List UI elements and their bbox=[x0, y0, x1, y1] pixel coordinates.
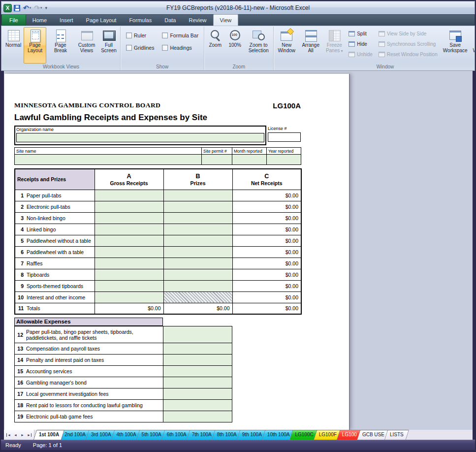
gridlines-checkbox[interactable]: Gridlines bbox=[126, 45, 154, 51]
freeze-panes-button[interactable]: Freeze Panes ▾ bbox=[323, 27, 346, 64]
redo-button[interactable]: ↷▾ bbox=[33, 3, 43, 12]
row-number: 19 bbox=[16, 414, 23, 420]
view-side-by-side-button[interactable]: View Side by Side bbox=[378, 30, 439, 38]
ribbon-tab-review[interactable]: Review bbox=[182, 15, 213, 26]
sheet-tab-8th-100a[interactable]: 8th 100A bbox=[213, 430, 241, 440]
gross-receipts-input-row-7[interactable] bbox=[95, 258, 163, 269]
year-reported-input[interactable] bbox=[267, 155, 301, 165]
qat-customize-button[interactable]: ▾ bbox=[44, 3, 49, 12]
ribbon-tab-file[interactable]: File bbox=[1, 14, 26, 26]
ribbon-tab-page-layout[interactable]: Page Layout bbox=[80, 15, 123, 26]
newwindow-icon bbox=[280, 29, 293, 42]
gross-receipts-input-row-8[interactable] bbox=[95, 269, 163, 280]
prizes-input-row-8[interactable] bbox=[163, 269, 232, 280]
expense-input-row-17[interactable] bbox=[163, 388, 232, 400]
month-reported-input[interactable] bbox=[232, 155, 267, 165]
ribbon-tab-insert[interactable]: Insert bbox=[53, 15, 80, 26]
site-permit-input[interactable] bbox=[202, 155, 232, 165]
normal-button[interactable]: Normal bbox=[3, 27, 24, 64]
hide-button[interactable]: Hide bbox=[348, 40, 374, 48]
license-input[interactable] bbox=[268, 132, 301, 142]
full-screen-button[interactable]: Full Screen bbox=[98, 27, 119, 64]
gross-receipts-input-row-6[interactable] bbox=[95, 246, 163, 258]
prizes-input-row-4[interactable] bbox=[163, 224, 232, 235]
switch-windows-button[interactable]: Switch Windows ▾ bbox=[470, 27, 475, 64]
sheet-tab-7th-100a[interactable]: 7th 100A bbox=[188, 430, 216, 440]
row-label: 10Interest and other income bbox=[15, 291, 95, 303]
expense-input-row-13[interactable] bbox=[163, 343, 232, 355]
gross-receipts-input-row-9[interactable] bbox=[95, 280, 163, 291]
gross-receipts-input-row-10[interactable] bbox=[95, 291, 163, 303]
sheet-tab-4th-100a[interactable]: 4th 100A bbox=[113, 430, 140, 440]
sheet-tab-gcb-use[interactable]: GCB USE bbox=[358, 430, 388, 440]
zoom-button[interactable]: Zoom bbox=[205, 27, 225, 64]
ribbon-tab-data[interactable]: Data bbox=[158, 15, 182, 26]
formula-bar-checkbox[interactable]: Formula Bar bbox=[162, 32, 198, 38]
expenses-row-14: 14Penalty and interest paid on taxes bbox=[15, 355, 232, 366]
prizes-input-row-6[interactable] bbox=[163, 246, 232, 258]
expense-input-row-16[interactable] bbox=[163, 377, 232, 388]
new-window-button[interactable]: New Window bbox=[275, 27, 298, 64]
redo-icon: ↷ bbox=[34, 4, 40, 11]
form-number: LG100A bbox=[273, 101, 301, 110]
first-sheet-button[interactable]: ◄ bbox=[5, 431, 12, 438]
expense-input-row-15[interactable] bbox=[163, 366, 232, 377]
worksheet-area: MINNESOTA GAMBLING CONTROL BOARD LG100A … bbox=[1, 71, 475, 430]
ribbon-tab-formulas[interactable]: Formulas bbox=[123, 15, 158, 26]
zoom-to-selection-button[interactable]: Zoom to Selection bbox=[245, 27, 272, 64]
prizes-input-row-1[interactable] bbox=[163, 190, 232, 201]
gross-receipts-input-row-1[interactable] bbox=[95, 190, 163, 201]
expense-input-row-14[interactable] bbox=[163, 355, 232, 366]
prizes-input-row-9[interactable] bbox=[163, 280, 232, 291]
totals-gross-receipts-value: $0.00 bbox=[95, 303, 163, 314]
ruler-checkbox[interactable]: Ruler bbox=[126, 32, 154, 38]
sheet-tab-2nd-100a[interactable]: 2nd 100A bbox=[61, 430, 90, 440]
column-a-letter: A bbox=[95, 173, 163, 180]
synchronous-scrolling-button[interactable]: Synchronous Scrolling bbox=[378, 40, 439, 48]
prizes-input-row-2[interactable] bbox=[163, 201, 232, 212]
unhide-button-label: Unhide bbox=[357, 52, 373, 57]
ribbon-tab-home[interactable]: Home bbox=[26, 15, 53, 26]
sheet-tab-10th-100a[interactable]: 10th 100A bbox=[263, 430, 294, 440]
sheet-tab-5th-100a[interactable]: 5th 100A bbox=[138, 430, 165, 440]
gross-receipts-input-row-5[interactable] bbox=[95, 235, 163, 246]
headings-checkbox[interactable]: Headings bbox=[162, 45, 198, 51]
split-button[interactable]: Split bbox=[348, 30, 374, 38]
sheet-tab-3rd-100a[interactable]: 3rd 100A bbox=[87, 430, 115, 440]
prizes-input-row-3[interactable] bbox=[163, 212, 232, 224]
save-workspace-button[interactable]: Save Workspace bbox=[441, 27, 470, 64]
gross-receipts-input-row-3[interactable] bbox=[95, 212, 163, 224]
save-icon bbox=[14, 5, 20, 11]
ribbon-tab-strip: FileHomeInsertPage LayoutFormulasDataRev… bbox=[1, 14, 475, 26]
sheet-tab-lists[interactable]: LISTS bbox=[386, 430, 408, 440]
row-number: 12 bbox=[16, 332, 23, 338]
zoom-icon bbox=[208, 29, 222, 42]
prev-sheet-button[interactable]: ◄ bbox=[12, 431, 19, 438]
net-receipts-value-row-11: $0.00 bbox=[232, 303, 301, 314]
last-sheet-button[interactable]: ► bbox=[26, 431, 32, 438]
save-button[interactable] bbox=[13, 3, 21, 12]
expense-input-row-12[interactable] bbox=[163, 326, 232, 343]
organization-name-input[interactable] bbox=[16, 133, 264, 142]
gross-receipts-input-row-2[interactable] bbox=[95, 201, 163, 212]
sheet-tab-6th-100a[interactable]: 6th 100A bbox=[163, 430, 190, 440]
arrange-all-button[interactable]: Arrange All bbox=[298, 27, 323, 64]
site-name-input[interactable] bbox=[15, 155, 202, 165]
sheet-tab-1st-100a[interactable]: 1st 100A bbox=[35, 430, 63, 440]
reset-window-position-button[interactable]: Reset Window Position bbox=[378, 50, 439, 59]
prizes-input-row-5[interactable] bbox=[163, 235, 232, 246]
expense-input-row-18[interactable] bbox=[163, 400, 232, 411]
custom-views-button[interactable]: Custom Views bbox=[75, 27, 98, 64]
gross-receipts-input-row-4[interactable] bbox=[95, 224, 163, 235]
row-number: 10 bbox=[17, 294, 24, 300]
prizes-input-row-7[interactable] bbox=[163, 258, 232, 269]
row-text: Paper pull-tabs bbox=[27, 193, 93, 198]
undo-button[interactable]: ↶▾ bbox=[22, 3, 32, 12]
page-layout-button[interactable]: Page Layout bbox=[24, 27, 46, 64]
expense-input-row-19[interactable] bbox=[163, 411, 232, 422]
next-sheet-button[interactable]: ► bbox=[19, 431, 26, 438]
page-break-preview-button[interactable]: Page Break Preview bbox=[46, 27, 75, 64]
zoom-100-button[interactable]: 100% bbox=[225, 27, 245, 64]
ribbon-tab-view[interactable]: View bbox=[213, 14, 239, 26]
unhide-button[interactable]: Unhide bbox=[348, 50, 374, 59]
